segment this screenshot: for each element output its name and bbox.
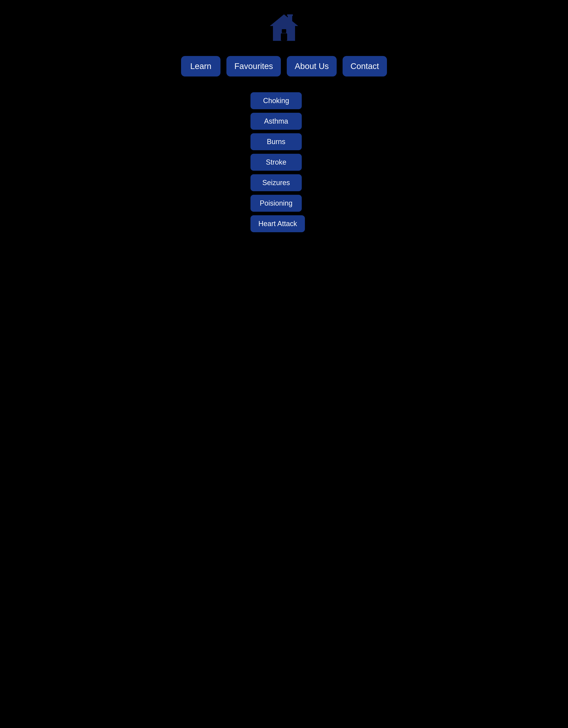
svg-rect-1 <box>281 33 287 41</box>
menu-list: Choking Asthma Burns Stroke Seizures Poi… <box>235 92 333 232</box>
heart-attack-button[interactable]: Heart Attack <box>250 215 305 232</box>
favourites-button[interactable]: Favourites <box>226 56 281 76</box>
stroke-button[interactable]: Stroke <box>250 154 302 171</box>
nav-buttons: Learn Favourites About Us Contact <box>181 56 387 76</box>
burns-button[interactable]: Burns <box>250 133 302 150</box>
contact-button[interactable]: Contact <box>343 56 387 76</box>
seizures-button[interactable]: Seizures <box>250 174 302 191</box>
svg-rect-4 <box>287 14 293 16</box>
svg-rect-3 <box>288 15 292 22</box>
home-icon[interactable] <box>268 12 300 44</box>
about-us-button[interactable]: About Us <box>287 56 337 76</box>
svg-rect-2 <box>282 29 286 33</box>
poisioning-button[interactable]: Poisioning <box>250 195 302 212</box>
choking-button[interactable]: Choking <box>250 92 302 109</box>
asthma-button[interactable]: Asthma <box>250 113 302 130</box>
learn-button[interactable]: Learn <box>181 56 220 76</box>
home-icon-container <box>268 12 300 44</box>
